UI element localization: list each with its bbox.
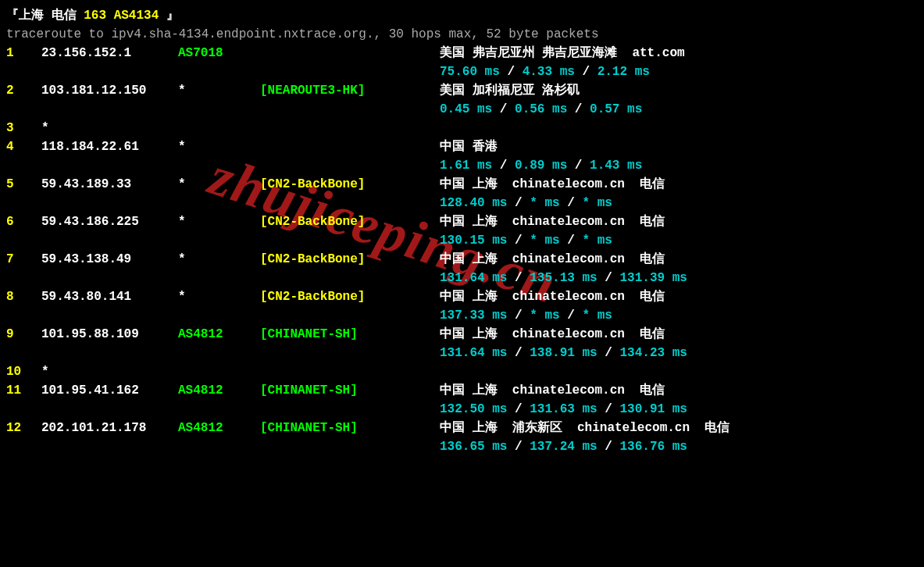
hop-t1: 131.64 ms [440,346,507,360]
hop-t1: 75.60 ms [440,65,500,79]
hop-network: [CN2-BackBone] [260,250,440,269]
hop-network: [CHINANET-SH] [260,419,440,437]
hop-timings: 128.40 ms / * ms / * ms [440,194,918,212]
header-asn: AS4134 [114,9,159,23]
hop-t2: * ms [530,308,559,323]
hop-t3: * ms [582,234,612,248]
hop-t2: * ms [530,234,559,248]
hop-t3: 131.39 ms [619,271,687,285]
hop-location: 中国 上海 chinatelecom.cn 电信 [440,287,918,306]
hop-ip: * [41,119,178,137]
hop-t3: 2.12 ms [598,65,650,79]
hop-number: 7 [6,250,41,269]
hop-ip: 101.95.41.162 [41,381,178,400]
hop-timing-row: 128.40 ms / * ms / * ms [6,194,918,212]
hop-t2: 0.56 ms [515,102,567,116]
hop-number: 1 [6,44,41,62]
hop-number: 2 [6,81,41,100]
hop-number: 10 [6,362,41,381]
hop-network [260,119,440,137]
hop-timing-row: 137.33 ms / * ms / * ms [6,306,918,325]
hop-asn: * [178,137,260,156]
hop-timing-row: 130.15 ms / * ms / * ms [6,231,918,250]
header-netname: 163 [84,9,106,23]
hop-ip: 103.181.12.150 [41,81,178,100]
hop-location: 美国 加利福尼亚 洛杉矶 [440,81,918,100]
hop-row: 10* [6,362,918,381]
hop-location: 中国 上海 chinatelecom.cn 电信 [440,325,918,344]
hop-ip: 202.101.21.178 [41,419,178,437]
hop-location: 中国 香港 [440,137,918,156]
hop-row: 2103.181.12.150*[NEAROUTE3-HK]美国 加利福尼亚 洛… [6,81,918,100]
hop-location: 美国 弗吉尼亚州 弗吉尼亚海滩 att.com [440,44,918,62]
hop-t1: 0.45 ms [440,102,492,116]
hop-ip: 118.184.22.61 [41,137,178,156]
hop-timings: 131.64 ms / 135.13 ms / 131.39 ms [440,269,918,287]
hop-number: 3 [6,119,41,137]
hop-t3: * ms [582,308,612,323]
hop-row: 9101.95.88.109AS4812[CHINANET-SH]中国 上海 c… [6,325,918,344]
hop-row: 11101.95.41.162AS4812[CHINANET-SH]中国 上海 … [6,381,918,400]
hop-timings: 132.50 ms / 131.63 ms / 130.91 ms [440,400,918,419]
hop-row: 659.43.186.225*[CN2-BackBone]中国 上海 china… [6,212,918,231]
hop-t1: 131.64 ms [440,271,507,285]
hop-timing-row: 1.61 ms / 0.89 ms / 1.43 ms [6,156,918,175]
hop-number: 11 [6,381,41,400]
hop-row: 3* [6,119,918,137]
hop-row: 12202.101.21.178AS4812[CHINANET-SH]中国 上海… [6,419,918,437]
hop-network: [NEAROUTE3-HK] [260,81,440,100]
hop-ip: 59.43.186.225 [41,212,178,231]
hop-t3: 1.43 ms [590,159,642,173]
hop-ip: * [41,362,178,381]
hop-t2: 4.33 ms [523,65,575,79]
hop-t2: 138.91 ms [530,346,597,360]
hop-t3: 134.23 ms [619,346,687,360]
hop-t1: 132.50 ms [440,402,507,416]
traceroute-command-line: traceroute to ipv4.sha-4134.endpoint.nxt… [6,25,918,44]
hop-timings: 0.45 ms / 0.56 ms / 0.57 ms [440,100,918,119]
hop-t2: 131.63 ms [530,402,597,416]
hop-location: 中国 上海 chinatelecom.cn 电信 [440,250,918,269]
hop-asn: AS4812 [178,419,260,437]
hop-timings: 130.15 ms / * ms / * ms [440,231,918,250]
hop-location [440,119,918,137]
hop-location: 中国 上海 chinatelecom.cn 电信 [440,212,918,231]
hop-t2: 135.13 ms [530,271,597,285]
hop-asn: * [178,212,260,231]
hop-asn: AS7018 [178,44,260,62]
hop-number: 8 [6,287,41,306]
hop-network [260,137,440,156]
hop-network [260,44,440,62]
header-location: 上海 [19,9,44,23]
hop-row: 859.43.80.141*[CN2-BackBone]中国 上海 chinat… [6,287,918,306]
hop-network: [CN2-BackBone] [260,175,440,194]
hop-number: 4 [6,137,41,156]
hop-t3: 130.91 ms [619,402,687,416]
hop-timing-row: 131.64 ms / 138.91 ms / 134.23 ms [6,344,918,362]
hop-row: 123.156.152.1AS7018美国 弗吉尼亚州 弗吉尼亚海滩 att.c… [6,44,918,62]
hop-row: 759.43.138.49*[CN2-BackBone]中国 上海 chinat… [6,250,918,269]
header-line: 『上海 电信 163 AS4134 』 [6,6,918,25]
hop-t1: 137.33 ms [440,308,507,323]
hop-network: [CN2-BackBone] [260,287,440,306]
bracket-close: 』 [166,9,179,23]
header-isp: 电信 [52,9,77,23]
hop-timing-row: 131.64 ms / 135.13 ms / 131.39 ms [6,269,918,287]
hop-ip: 59.43.138.49 [41,250,178,269]
hop-timings: 1.61 ms / 0.89 ms / 1.43 ms [440,156,918,175]
hop-asn: AS4812 [178,325,260,344]
hop-asn: * [178,175,260,194]
hop-t3: 136.76 ms [619,440,687,454]
hop-asn [178,119,260,137]
hop-asn: AS4812 [178,381,260,400]
hop-ip: 23.156.152.1 [41,44,178,62]
hop-timing-row: 0.45 ms / 0.56 ms / 0.57 ms [6,100,918,119]
hop-t1: 136.65 ms [440,440,507,454]
hop-timing-row: 136.65 ms / 137.24 ms / 136.76 ms [6,437,918,456]
hop-number: 6 [6,212,41,231]
hop-t1: 128.40 ms [440,196,507,210]
hop-number: 5 [6,175,41,194]
hop-timings: 136.65 ms / 137.24 ms / 136.76 ms [440,437,918,456]
hop-timings: 131.64 ms / 138.91 ms / 134.23 ms [440,344,918,362]
hop-timing-row: 132.50 ms / 131.63 ms / 130.91 ms [6,400,918,419]
